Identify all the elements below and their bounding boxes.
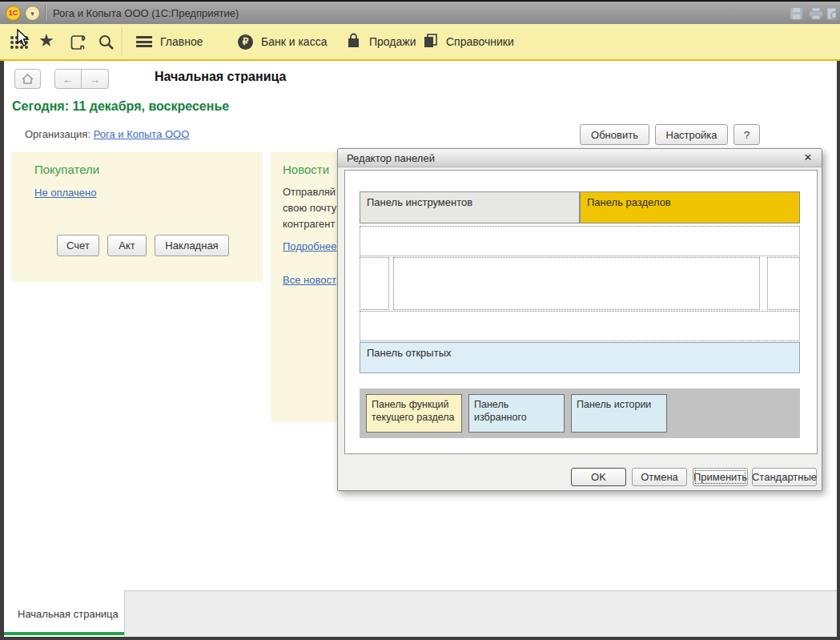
sections-ribbon: ★ Главное ₽ Банк и касса Продажи Справоч… bbox=[0, 24, 840, 61]
window-title: Рога и Копыта ООО (1С:Предприятие) bbox=[53, 7, 239, 19]
ok-button[interactable]: OK bbox=[571, 468, 626, 486]
toolbar-panel-block[interactable]: Панель инструментов bbox=[360, 191, 580, 223]
main-section-icon bbox=[136, 36, 152, 47]
open-windows-tabbar: Начальная страница bbox=[4, 590, 837, 637]
section-label: Справочники bbox=[446, 35, 514, 48]
refresh-button[interactable]: Обновить bbox=[580, 124, 649, 145]
section-spravochniki[interactable]: Справочники bbox=[422, 24, 514, 59]
news-more-link[interactable]: Подробнее bbox=[283, 239, 336, 255]
app-window: 1С ▾ Рога и Копыта ООО (1С:Предприятие) … bbox=[0, 0, 840, 640]
shopping-bag-icon bbox=[346, 33, 361, 51]
all-news-link[interactable]: Все новост bbox=[283, 272, 336, 288]
open-panel-block[interactable]: Панель открытых bbox=[360, 342, 800, 373]
tab-label: Начальная страница bbox=[18, 608, 119, 620]
active-tab-indicator bbox=[4, 632, 124, 635]
forward-button[interactable]: → bbox=[82, 69, 109, 89]
dialog-titlebar[interactable]: Редактор панелей ✕ bbox=[338, 149, 822, 167]
ruble-circle-icon: ₽ bbox=[238, 34, 253, 50]
history-scroll-icon[interactable] bbox=[70, 34, 87, 54]
act-button[interactable]: Акт bbox=[107, 235, 147, 256]
news-text-line: контрагент bbox=[283, 216, 335, 232]
tab-home-page[interactable]: Начальная страница bbox=[4, 590, 125, 637]
desktop-sections-menu-icon[interactable] bbox=[10, 36, 29, 50]
favorites-star-icon[interactable]: ★ bbox=[38, 30, 54, 51]
close-icon[interactable]: ✕ bbox=[801, 151, 815, 165]
buyers-panel-title: Покупатели bbox=[34, 163, 99, 176]
news-panel-title: Новости bbox=[283, 163, 329, 176]
cancel-button[interactable]: Отмена bbox=[632, 468, 687, 486]
history-nav-group: ← → bbox=[54, 69, 109, 89]
invoice-button[interactable]: Счет bbox=[57, 235, 99, 256]
window-titlebar[interactable]: 1С ▾ Рога и Копыта ООО (1С:Предприятие) bbox=[0, 0, 840, 24]
section-prodazhi[interactable]: Продажи bbox=[346, 24, 416, 59]
empty-center-slot[interactable] bbox=[393, 257, 760, 310]
section-glavnoe[interactable]: Главное bbox=[136, 24, 203, 59]
titlebar-separator bbox=[45, 5, 46, 21]
dialog-title: Редактор панелей bbox=[347, 152, 435, 164]
system-menu-dropdown-icon[interactable]: ▾ bbox=[25, 6, 40, 21]
organization-link[interactable]: Рога и Копыта ООО bbox=[94, 128, 190, 140]
apply-button[interactable]: Применить bbox=[693, 468, 748, 486]
print-preview-icon[interactable] bbox=[826, 7, 840, 20]
ribbon-separator bbox=[122, 27, 123, 56]
palette-strip: Панель функций текущего раздела Панель и… bbox=[360, 388, 800, 438]
back-button[interactable]: ← bbox=[54, 69, 82, 89]
empty-left-slot[interactable] bbox=[360, 257, 389, 310]
1c-logo-icon: 1С bbox=[6, 6, 21, 21]
favorites-panel-palette-item[interactable]: Панель избранного bbox=[468, 394, 565, 433]
help-button[interactable]: ? bbox=[733, 124, 760, 145]
section-label: Банк и касса bbox=[261, 35, 327, 48]
section-bank-kassa[interactable]: ₽ Банк и касса bbox=[238, 24, 327, 59]
unpaid-link[interactable]: Не оплачено bbox=[34, 187, 96, 199]
home-button[interactable] bbox=[14, 69, 41, 89]
panel-editor-dialog: Редактор панелей ✕ Панель инструментов П… bbox=[337, 148, 822, 491]
news-text-line: Отправляй bbox=[283, 184, 336, 200]
save-icon[interactable] bbox=[790, 7, 804, 20]
functions-panel-palette-item[interactable]: Панель функций текущего раздела bbox=[366, 394, 462, 433]
section-label: Главное bbox=[160, 35, 203, 48]
print-icon[interactable] bbox=[809, 7, 823, 20]
settings-button[interactable]: Настройка bbox=[655, 124, 728, 145]
empty-top-slot[interactable] bbox=[360, 226, 800, 256]
sections-panel-block[interactable]: Панель разделов bbox=[580, 191, 800, 223]
organization-label: Организация: bbox=[25, 128, 90, 140]
page-title: Начальная страница bbox=[155, 70, 286, 84]
empty-bottom-slot[interactable] bbox=[360, 311, 800, 341]
reference-books-icon bbox=[422, 33, 438, 51]
section-label: Продажи bbox=[369, 35, 416, 48]
panel-layout-canvas: Панель инструментов Панель разделов Пане… bbox=[344, 170, 818, 454]
history-panel-palette-item[interactable]: Панель истории bbox=[571, 394, 667, 433]
standard-button[interactable]: Стандартные bbox=[752, 468, 817, 486]
today-date-heading: Сегодня: 11 декабря, воскресенье bbox=[12, 99, 229, 114]
buyers-panel: Покупатели Не оплачено Счет Акт Накладна… bbox=[11, 152, 263, 282]
search-icon[interactable] bbox=[98, 34, 115, 54]
organization-row: Организация: Рога и Копыта ООО bbox=[25, 128, 189, 140]
empty-right-slot[interactable] bbox=[767, 257, 800, 310]
waybill-button[interactable]: Накладная bbox=[155, 235, 229, 256]
news-text-line: свою почту bbox=[283, 200, 336, 216]
